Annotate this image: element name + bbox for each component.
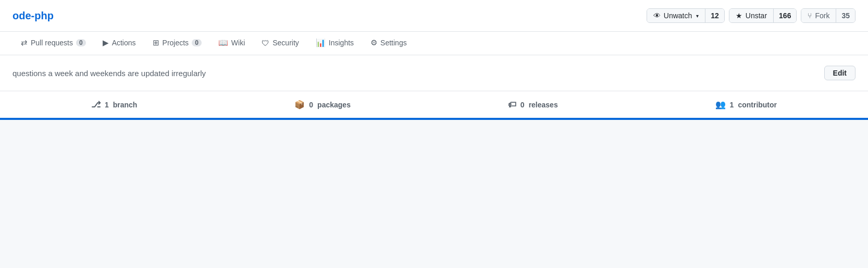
contributors-count: 1 <box>730 101 734 109</box>
repo-description: questions a week and weekends are update… <box>13 69 206 78</box>
eye-icon: 👁 <box>653 11 661 20</box>
chevron-down-icon: ▾ <box>696 13 699 19</box>
tab-actions-label: Actions <box>112 39 136 47</box>
tag-icon: 🏷 <box>508 100 516 109</box>
package-icon: 📦 <box>294 100 305 109</box>
unwatch-count[interactable]: 12 <box>705 9 724 22</box>
packages-label: packages <box>317 101 351 109</box>
settings-icon: ⚙ <box>370 38 377 47</box>
security-icon: 🛡 <box>262 39 269 47</box>
unwatch-button[interactable]: 👁 Unwatch ▾ <box>647 9 705 22</box>
tab-wiki[interactable]: 📖 Wiki <box>210 32 253 55</box>
packages-stat[interactable]: 📦 0 packages <box>294 100 351 109</box>
fork-label: Fork <box>815 11 829 20</box>
people-icon: 👥 <box>715 100 726 109</box>
releases-stat[interactable]: 🏷 0 releases <box>508 100 558 109</box>
unwatch-label: Unwatch <box>664 11 692 20</box>
projects-badge: 0 <box>192 39 202 46</box>
insights-icon: 📊 <box>316 38 326 47</box>
wiki-icon: 📖 <box>218 38 228 47</box>
tab-settings[interactable]: ⚙ Settings <box>362 32 415 55</box>
tab-wiki-label: Wiki <box>231 39 245 47</box>
tab-projects[interactable]: ⊞ Projects 0 <box>144 32 210 55</box>
star-icon: ★ <box>736 11 742 20</box>
unstar-label: Unstar <box>746 11 767 20</box>
tab-projects-label: Projects <box>163 39 189 47</box>
nav-tabs: ⇄ Pull requests 0 ▶ Actions ⊞ Projects 0… <box>0 32 868 55</box>
fork-icon: ⑂ <box>808 11 812 20</box>
branch-label: branch <box>113 101 138 109</box>
edit-button[interactable]: Edit <box>824 66 855 80</box>
projects-icon: ⊞ <box>153 38 159 47</box>
contributors-label: contributor <box>738 101 777 109</box>
tab-pull-requests-label: Pull requests <box>31 39 73 47</box>
unstar-button[interactable]: ★ Unstar <box>729 9 774 22</box>
releases-label: releases <box>529 101 558 109</box>
description-bar: questions a week and weekends are update… <box>0 55 868 91</box>
branch-count: 1 <box>105 101 109 109</box>
fork-count[interactable]: 35 <box>836 9 855 22</box>
star-count[interactable]: 166 <box>774 9 796 22</box>
tab-pull-requests[interactable]: ⇄ Pull requests 0 <box>13 32 94 55</box>
unstar-group: ★ Unstar 166 <box>729 8 797 23</box>
actions-icon: ▶ <box>103 38 109 47</box>
unwatch-group: 👁 Unwatch ▾ 12 <box>647 8 725 23</box>
tab-insights[interactable]: 📊 Insights <box>307 32 362 55</box>
pull-requests-badge: 0 <box>76 39 86 46</box>
tab-security-label: Security <box>272 39 299 47</box>
branch-stat[interactable]: ⎇ 1 branch <box>91 100 137 109</box>
tab-insights-label: Insights <box>329 39 354 47</box>
repo-actions: 👁 Unwatch ▾ 12 ★ Unstar 166 ⑂ Fork 35 <box>647 8 855 23</box>
tab-security[interactable]: 🛡 Security <box>253 32 307 55</box>
packages-count: 0 <box>309 101 313 109</box>
fork-group: ⑂ Fork 35 <box>801 8 855 23</box>
stats-bar: ⎇ 1 branch 📦 0 packages 🏷 0 releases 👥 1… <box>0 91 868 120</box>
top-bar: ode-php 👁 Unwatch ▾ 12 ★ Unstar 166 ⑂ Fo… <box>0 0 868 32</box>
fork-button[interactable]: ⑂ Fork <box>801 9 836 22</box>
releases-count: 0 <box>520 101 525 109</box>
repo-title[interactable]: ode-php <box>13 10 54 22</box>
tab-settings-label: Settings <box>380 39 407 47</box>
branch-icon: ⎇ <box>91 100 101 109</box>
tab-actions[interactable]: ▶ Actions <box>94 32 144 55</box>
contributors-stat[interactable]: 👥 1 contributor <box>715 100 777 109</box>
pull-request-icon: ⇄ <box>21 38 28 47</box>
